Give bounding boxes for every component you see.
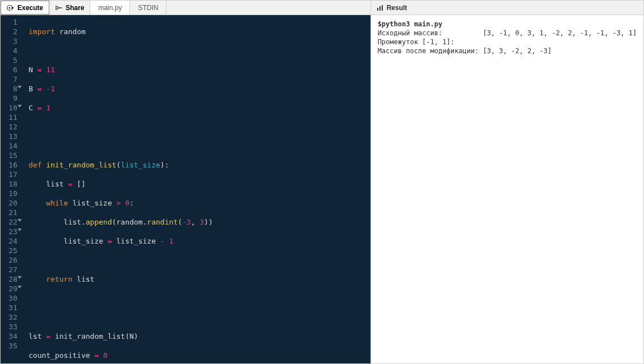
gear-play-icon — [7, 4, 15, 12]
kw: return — [46, 275, 72, 283]
execute-label: Execute — [17, 4, 43, 12]
svg-point-1 — [9, 7, 11, 8]
svg-marker-2 — [12, 6, 14, 10]
result-output[interactable]: $python3 main.py Исходный массив: [3, -1… — [371, 15, 643, 363]
num: 1 — [46, 104, 50, 112]
svg-rect-7 — [382, 5, 383, 11]
kw: while — [46, 199, 68, 207]
op: - — [182, 218, 187, 226]
svg-marker-3 — [56, 6, 59, 10]
num: 0 — [103, 351, 108, 360]
result-header: Result — [371, 1, 643, 15]
ident: list — [29, 180, 68, 188]
svg-rect-6 — [379, 6, 381, 11]
bar-chart-icon — [377, 4, 383, 11]
sp — [99, 351, 103, 360]
fold-arrow-icon[interactable] — [17, 219, 22, 222]
ident: random — [55, 27, 86, 36]
ident: list. — [29, 218, 86, 226]
ident: list — [72, 275, 94, 283]
result-line: Промежуток [-1, 1]: — [378, 38, 455, 46]
ident: count_positive — [29, 351, 94, 360]
punc: [] — [72, 180, 85, 188]
code-area[interactable]: import random N = 11 B = -1 C = 1 def in… — [23, 15, 370, 363]
toolbar: Execute Share main.py STDIN — [1, 1, 370, 15]
fold-arrow-icon[interactable] — [17, 105, 22, 108]
ident: list_size — [68, 199, 116, 207]
ident: list_size — [112, 237, 160, 245]
fold-arrow-icon[interactable] — [17, 276, 22, 279]
execute-button[interactable]: Execute — [1, 1, 49, 15]
result-line: Массив после модификации: [3, 3, -2, 2, … — [378, 47, 552, 55]
num: 0 — [125, 199, 129, 207]
fold-arrow-icon[interactable] — [17, 228, 22, 231]
kw: def — [29, 161, 41, 169]
method: randint — [147, 218, 178, 226]
fold-arrow-icon[interactable] — [17, 86, 22, 88]
fn-name: init_random_list — [46, 161, 116, 169]
kw: import — [29, 27, 55, 36]
param: list_size — [121, 161, 160, 169]
punc: , — [191, 218, 200, 226]
punc: )) — [204, 218, 213, 226]
tab-stdin[interactable]: STDIN — [130, 1, 166, 15]
tab-label: main.py — [98, 4, 122, 12]
result-pane: Result $python3 main.py Исходный массив:… — [371, 1, 643, 363]
num: 3 — [200, 218, 204, 226]
num: 3 — [187, 218, 191, 226]
op: = — [46, 332, 50, 340]
ident: B — [29, 85, 38, 93]
share-button[interactable]: Share — [49, 1, 90, 15]
ident: init_random_list(N) — [50, 332, 138, 340]
num: 1 — [50, 85, 55, 93]
ident: list_size — [29, 237, 108, 245]
sp — [29, 199, 46, 207]
num: 11 — [46, 66, 55, 74]
ident: lst — [29, 332, 46, 340]
tab-main-py[interactable]: main.py — [90, 1, 130, 15]
sp — [29, 275, 46, 283]
punc: : — [129, 199, 134, 207]
result-cmd: $python3 main.py — [378, 20, 443, 28]
punc: ): — [160, 161, 169, 169]
tab-label: STDIN — [138, 4, 158, 12]
result-line: Исходный массив: [3, -1, 0, 3, 1, -2, 2,… — [378, 29, 637, 37]
share-label: Share — [66, 4, 84, 12]
line-gutter: 1234567891011121314151617181920212223242… — [1, 15, 23, 363]
svg-rect-5 — [377, 8, 378, 11]
fold-arrow-icon[interactable] — [17, 286, 22, 288]
editor-pane: Execute Share main.py STDIN 123456789101… — [1, 1, 371, 363]
result-title: Result — [387, 4, 407, 12]
num: 1 — [169, 237, 173, 245]
op: = — [108, 237, 112, 245]
ident: (random. — [112, 218, 147, 226]
code-editor[interactable]: 1234567891011121314151617181920212223242… — [1, 15, 370, 363]
app-container: Execute Share main.py STDIN 123456789101… — [0, 0, 644, 364]
ident: N — [29, 66, 38, 74]
op: - — [160, 237, 165, 245]
op: - — [46, 85, 50, 93]
punc: ( — [178, 218, 182, 226]
ident: C — [29, 104, 38, 112]
method: append — [86, 218, 112, 226]
share-icon — [55, 4, 63, 12]
